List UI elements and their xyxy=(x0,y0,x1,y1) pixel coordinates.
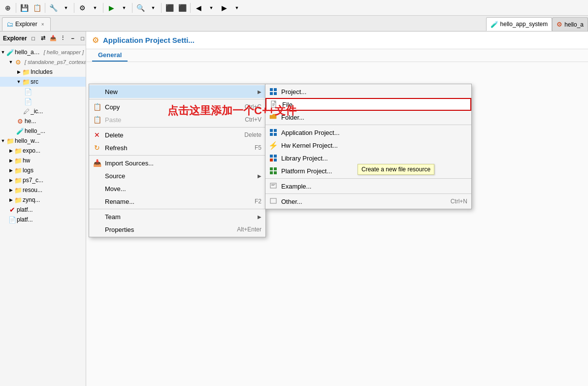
tree-icon-folder-7: 📁 xyxy=(14,177,23,184)
toolbar-btn-6[interactable]: ⬛ xyxy=(176,2,188,14)
svg-rect-1 xyxy=(274,88,277,91)
toolbar-dropdown-arrow-4[interactable]: ▼ xyxy=(147,2,159,14)
tree-item-hello-app-system[interactable]: ▼ 🧪 hello_app_system [ hello_wrapper ] xyxy=(0,47,86,57)
link-btn[interactable]: ⇄ xyxy=(39,34,48,43)
toolbar-btn-forward[interactable]: ▶ xyxy=(218,2,230,14)
toolbar-btn-3[interactable]: 🔧 xyxy=(47,2,59,14)
svg-rect-0 xyxy=(270,88,273,91)
menu-item-new[interactable]: New ▶ xyxy=(89,85,265,98)
toolbar-btn-search[interactable]: 🔍 xyxy=(134,2,146,14)
tree-item-hw[interactable]: ▶ 📁 hw xyxy=(0,156,86,165)
toolbar-btn-run[interactable]: ▶ xyxy=(105,2,117,14)
max-btn[interactable]: □ xyxy=(78,34,86,43)
toolbar-btn-5[interactable]: ⬛ xyxy=(163,2,175,14)
tree-item-logs[interactable]: ▶ 📁 logs xyxy=(0,165,86,175)
tree-item-hello[interactable]: 🧪 hello_... xyxy=(0,126,86,136)
toolbar-dropdown-arrow-1[interactable]: ▼ xyxy=(60,2,72,14)
tree-icon-folder-8: 📁 xyxy=(14,187,23,194)
menu-arrow-team: ▶ xyxy=(258,214,261,220)
submenu-item-library[interactable]: Library Project... xyxy=(265,152,471,164)
tree-label-secondary-1: [ hello_wrapper ] xyxy=(44,49,84,55)
tree-item-he[interactable]: ⚙ he... xyxy=(0,116,86,126)
svg-rect-17 xyxy=(270,159,273,161)
tab-editor-2[interactable]: ⚙ hello_a xyxy=(552,17,588,31)
explorer-icon: 🗂 xyxy=(6,20,13,28)
menu-item-move[interactable]: Move... xyxy=(89,182,265,195)
explorer-header: Explorer □ ⇄ 📥 ⋮ − □ xyxy=(0,32,86,45)
svg-rect-21 xyxy=(270,171,273,174)
tree-item-file2[interactable]: 📄 xyxy=(0,96,86,106)
menu-icon-delete: ✕ xyxy=(92,130,102,140)
toolbar-dropdown-arrow-3[interactable]: ▼ xyxy=(118,2,130,14)
menu-item-rename[interactable]: Rename... F2 xyxy=(89,195,265,208)
svg-rect-9 xyxy=(272,104,275,105)
tree-arrow-6: ▼ xyxy=(0,138,6,143)
tab-explorer[interactable]: 🗂 Explorer × xyxy=(2,17,51,31)
menu-item-import[interactable]: 📥 Import Sources... xyxy=(89,157,265,169)
toolbar-btn-save[interactable]: 💾 xyxy=(18,2,30,14)
svg-rect-2 xyxy=(270,92,273,95)
submenu-label-project: Project... xyxy=(281,88,467,96)
svg-rect-24 xyxy=(271,184,275,185)
tree-icon-folder-1: 📁 xyxy=(22,68,31,76)
submenu-icon-app-project xyxy=(268,128,278,137)
tree-label-1: hello_app_system xyxy=(15,49,42,56)
tree-item-hello-w[interactable]: ▼ 📁 hello_w... xyxy=(0,136,86,146)
submenu-icon-library xyxy=(268,153,278,163)
tab-explorer-close[interactable]: × xyxy=(39,21,46,28)
collapse-btn[interactable]: □ xyxy=(29,34,38,43)
toolbar-btn-4[interactable]: ⚙ xyxy=(76,2,88,14)
app-settings-header: ⚙ Application Project Setti... xyxy=(86,32,588,49)
tree-item-platf1[interactable]: ✔ platf... xyxy=(0,205,86,215)
submenu-item-file[interactable]: File xyxy=(265,98,471,111)
tree-item-platf2[interactable]: 📄 platf... xyxy=(0,215,86,225)
toolbar-dropdown-arrow-2[interactable]: ▼ xyxy=(89,2,101,14)
submenu-label-app-project: Application Project... xyxy=(281,129,467,136)
submenu-icon-folder xyxy=(268,112,278,122)
import-btn[interactable]: 📥 xyxy=(49,34,58,43)
menu-label-delete: Delete xyxy=(105,131,241,139)
tree-item-src[interactable]: ▼ 📁 src xyxy=(0,77,86,87)
tree-item-includes[interactable]: ▶ 📁 Includes xyxy=(0,67,86,77)
toolbar-btn-1[interactable]: ⊕ xyxy=(2,2,14,14)
toolbar-btn-back[interactable]: ◀ xyxy=(193,2,204,14)
tree-label-secondary-2: [ standalone_ps7_cortexa9_0 ] xyxy=(25,59,86,65)
menu-sep-2 xyxy=(89,127,265,128)
tree-item-resou[interactable]: ▶ 📁 resou... xyxy=(0,185,86,195)
menu-label-copy: Copy xyxy=(105,103,242,111)
submenu-icon-platform xyxy=(268,166,278,176)
editor-tab-2-icon: ⚙ xyxy=(556,21,562,28)
menu-item-copy[interactable]: 📋 Copy Ctrl+C xyxy=(89,100,265,113)
toolbar-dropdown-arrow-5[interactable]: ▼ xyxy=(205,2,217,14)
more-btn[interactable]: ⋮ xyxy=(59,34,67,43)
settings-tabs-row: General xyxy=(86,49,588,62)
tree-item-ps7c[interactable]: ▶ 📁 ps7_c... xyxy=(0,175,86,185)
submenu-item-other[interactable]: Other... Ctrl+N xyxy=(265,195,471,208)
submenu-item-folder[interactable]: Folder... xyxy=(265,111,471,124)
tree-item-zynq[interactable]: ▶ 📁 zynq... xyxy=(0,195,86,205)
submenu-item-app-project[interactable]: Application Project... xyxy=(265,126,471,139)
menu-item-properties[interactable]: Properties Alt+Enter xyxy=(89,223,265,236)
svg-rect-3 xyxy=(274,92,277,95)
menu-item-delete[interactable]: ✕ Delete Delete xyxy=(89,129,265,141)
menu-item-refresh[interactable]: ↻ Refresh F5 xyxy=(89,141,265,154)
toolbar-btn-2[interactable]: 📋 xyxy=(31,2,43,14)
submenu-item-example[interactable]: Example... xyxy=(265,180,471,193)
tree-label-9: hello_... xyxy=(25,128,45,134)
menu-item-source[interactable]: Source ▶ xyxy=(89,169,265,182)
tree-item-expo[interactable]: ▶ 📁 expo... xyxy=(0,146,86,156)
menu-item-team[interactable]: Team ▶ xyxy=(89,210,265,223)
new-submenu: Project... File Folder... xyxy=(265,84,472,209)
toolbar-dropdown-arrow-6[interactable]: ▼ xyxy=(231,2,243,14)
tree-item-hello-app[interactable]: ▼ ⚙ hello_app [ standalone_ps7_cortexa9_… xyxy=(0,57,86,67)
tree-icon-check: ✔ xyxy=(8,206,17,214)
tree-label-15: resou... xyxy=(23,187,42,193)
tab-general[interactable]: General xyxy=(92,49,128,62)
svg-rect-26 xyxy=(270,198,276,203)
submenu-item-project[interactable]: Project... xyxy=(265,85,471,98)
tree-item-ic[interactable]: 🖊 _ic... xyxy=(0,106,86,116)
submenu-item-hw-kernel[interactable]: ⚡ Hw Kernel Project... xyxy=(265,139,471,152)
min-btn[interactable]: − xyxy=(68,34,77,43)
tree-item-file1[interactable]: 📄 xyxy=(0,87,86,96)
tab-editor-1[interactable]: 🧪 hello_app_system xyxy=(486,17,553,31)
